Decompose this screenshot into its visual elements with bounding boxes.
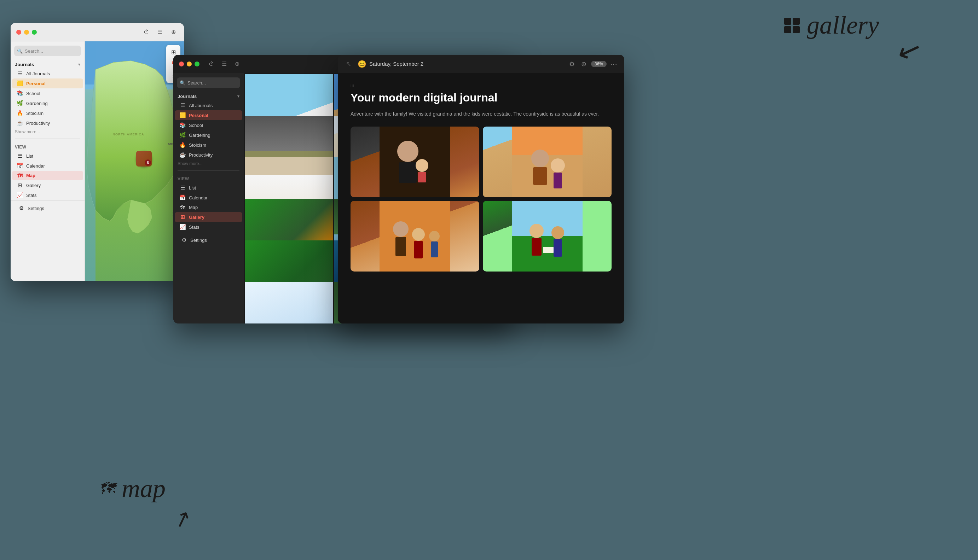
gallery-minimize-button[interactable]: [187, 62, 192, 67]
all-journals-icon: ☰: [16, 70, 23, 77]
list-icon: ☰: [16, 153, 23, 159]
svg-rect-12: [554, 173, 562, 188]
gallery-add-icon[interactable]: ⊕: [232, 59, 242, 69]
annotation-map-arrow: ↗: [169, 505, 195, 534]
svg-rect-27: [543, 247, 554, 253]
detail-titlebar: ↖ 😊 Saturday, September 2 ⚙ ⊕ 36% ⋯: [338, 55, 624, 73]
detail-mood-emoji: 😊: [357, 60, 366, 68]
svg-rect-10: [533, 167, 547, 185]
sidebar-item-productivity[interactable]: ☕ Productivity: [12, 118, 83, 128]
map-view: NORTH AMERICA ⊞ 📍 › 1 8: [85, 42, 184, 281]
notes-icon[interactable]: ☰: [155, 27, 165, 37]
gallery-chevron-icon: ▾: [237, 94, 239, 98]
sidebar-item-stats[interactable]: 📈 Stats: [12, 190, 83, 200]
titlebar-actions: ⏱ ☰ ⊕: [142, 27, 178, 37]
svg-point-19: [429, 231, 440, 242]
detail-more-icon[interactable]: ⋯: [609, 59, 619, 69]
journals-section-header: Journals ▾: [11, 60, 85, 68]
svg-point-17: [412, 228, 425, 241]
annotation-map: 🗺 map: [99, 474, 165, 503]
sidebar-item-personal[interactable]: 🟨 Personal: [12, 78, 83, 88]
map-titlebar: ⏱ ☰ ⊕: [11, 23, 184, 42]
window-detail: ↖ 😊 Saturday, September 2 ⚙ ⊕ 36% ⋯ Hi Y…: [338, 55, 624, 323]
gallery-settings[interactable]: ⚙ Settings: [176, 235, 241, 245]
search-input[interactable]: 🔍 Search...: [14, 46, 81, 56]
gallery-sidebar-personal[interactable]: 🟨 Personal: [175, 110, 242, 120]
maximize-button[interactable]: [32, 30, 37, 35]
minimize-button[interactable]: [24, 30, 29, 35]
sidebar-item-gardening[interactable]: 🌿 Gardening: [12, 98, 83, 108]
gallery-maximize-button[interactable]: [195, 62, 200, 67]
pin-count-8: 8: [145, 160, 151, 166]
map-sidebar: 🔍 Search... Journals ▾ ☰ All Journals 🟨 …: [11, 42, 85, 281]
detail-add-icon[interactable]: ⊕: [579, 59, 589, 69]
search-icon: 🔍: [17, 48, 23, 54]
settings-icon: ⚙: [18, 205, 25, 212]
g-stats-icon: 📈: [179, 224, 186, 230]
photo-4-svg: [483, 201, 612, 272]
sidebar-item-school[interactable]: 📚 School: [12, 88, 83, 98]
sidebar-item-stoicism[interactable]: 🔥 Stoicism: [12, 108, 83, 118]
svg-point-9: [531, 150, 549, 167]
detail-photo-4[interactable]: [483, 201, 612, 272]
sidebar-item-list[interactable]: ☰ List: [12, 151, 83, 161]
sidebar-item-all-journals[interactable]: ☰ All Journals: [12, 68, 83, 78]
gallery-view-calendar[interactable]: 📅 Calendar: [175, 193, 242, 203]
gallery-sidebar-stoicism[interactable]: 🔥 Stoicism: [175, 140, 242, 150]
gallery-sidebar-school[interactable]: 📚 School: [175, 120, 242, 130]
detail-photo-grid: [350, 127, 612, 272]
map-window-content: 🔍 Search... Journals ▾ ☰ All Journals 🟨 …: [11, 42, 184, 281]
school-icon: 📚: [16, 90, 23, 97]
add-entry-icon[interactable]: ⊕: [169, 27, 178, 37]
sidebar-item-map[interactable]: 🗺 Map: [12, 171, 83, 180]
gallery-show-more[interactable]: Show more...: [173, 160, 244, 168]
gallery-history-icon[interactable]: ⏱: [207, 59, 217, 69]
detail-photo-3[interactable]: [350, 201, 479, 272]
annotation-gallery-text: gallery: [807, 11, 879, 40]
svg-point-25: [551, 226, 564, 239]
gallery-view-map[interactable]: 🗺 Map: [175, 203, 242, 212]
gallery-sidebar: 🔍 Search... Journals ▾ ☰ All Journals 🟨 …: [173, 73, 244, 323]
close-button[interactable]: [16, 30, 21, 35]
personal-icon: 🟨: [16, 80, 23, 87]
view-section-header: View: [11, 142, 85, 151]
svg-rect-26: [554, 239, 562, 257]
annotation-map-text: map: [122, 474, 165, 503]
detail-back-icon[interactable]: ↖: [344, 59, 353, 69]
gallery-notes-icon[interactable]: ☰: [219, 59, 229, 69]
gallery-view-stats[interactable]: 📈 Stats: [175, 222, 242, 232]
productivity-icon: ☕: [16, 120, 23, 126]
gallery-grid-icon: [784, 18, 800, 33]
detail-hi-label: Hi: [350, 84, 612, 88]
gallery-close-button[interactable]: [179, 62, 184, 67]
detail-photo-2[interactable]: [483, 127, 612, 197]
g-settings-icon: ⚙: [180, 237, 187, 243]
history-icon[interactable]: ⏱: [142, 27, 151, 37]
g-gallery-icon: ⊞: [179, 214, 186, 220]
gallery-journals-header: Journals ▾: [173, 92, 244, 100]
gallery-search-input[interactable]: 🔍 Search...: [177, 77, 240, 88]
gallery-view-list[interactable]: ☰ List: [175, 183, 242, 193]
gallery-sidebar-productivity[interactable]: ☕ Productivity: [175, 150, 242, 160]
sidebar-item-calendar[interactable]: 📅 Calendar: [12, 161, 83, 171]
svg-rect-18: [414, 241, 423, 258]
map-background: NORTH AMERICA ⊞ 📍 › 1 8: [85, 42, 184, 281]
detail-tune-icon[interactable]: ⚙: [567, 59, 577, 69]
sidebar-item-settings[interactable]: ⚙ Settings: [13, 203, 82, 213]
g-all-journals-icon: ☰: [179, 102, 186, 108]
show-more-button[interactable]: Show more...: [11, 128, 85, 136]
g-personal-icon: 🟨: [179, 112, 186, 118]
gallery-cell-16[interactable]: [245, 282, 333, 324]
detail-photo-1[interactable]: [350, 127, 479, 197]
svg-rect-8: [512, 127, 582, 155]
gallery-view-gallery[interactable]: ⊞ Gallery: [175, 212, 242, 222]
map-pin-8[interactable]: 8: [136, 151, 152, 167]
svg-point-11: [551, 158, 565, 173]
g-school-icon: 📚: [179, 122, 186, 128]
svg-rect-20: [431, 242, 438, 257]
svg-rect-24: [532, 238, 542, 256]
sidebar-item-gallery[interactable]: ⊞ Gallery: [12, 180, 83, 190]
gallery-titlebar-icons: ⏱ ☰ ⊕: [207, 59, 242, 69]
gallery-sidebar-all-journals[interactable]: ☰ All Journals: [175, 100, 242, 110]
gallery-sidebar-gardening[interactable]: 🌿 Gardening: [175, 130, 242, 140]
